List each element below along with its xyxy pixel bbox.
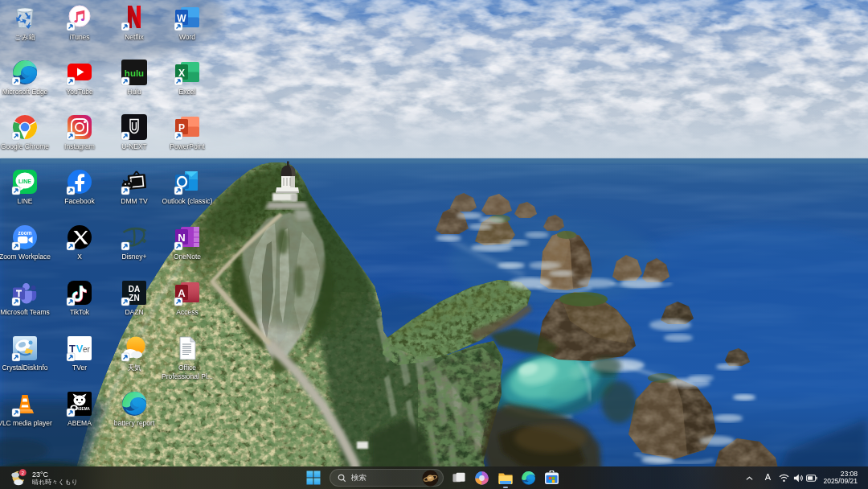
svg-text:ABEMA: ABEMA [76,407,90,411]
svg-text:LINE: LINE [18,179,31,184]
svg-text:er: er [83,345,91,354]
svg-text:DA: DA [129,285,140,294]
svg-text:zoom: zoom [18,230,32,236]
svg-text:X: X [178,68,185,79]
svg-text:W: W [177,13,186,24]
svg-text:A: A [178,287,186,299]
svg-text:N: N [178,232,185,244]
svg-text:T: T [69,343,76,355]
svg-text:hulu: hulu [125,68,144,78]
svg-text:P: P [178,122,185,134]
svg-text:ZN: ZN [129,294,139,302]
svg-text:2: 2 [22,469,25,475]
